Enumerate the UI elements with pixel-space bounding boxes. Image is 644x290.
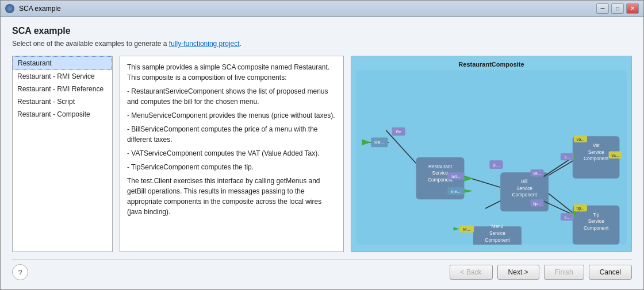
svg-text:Re...: Re... [374, 140, 385, 145]
next-button[interactable]: Next > [497, 265, 539, 280]
description-paragraph: - MenuServiceComponent provides the menu… [127, 110, 336, 121]
svg-text:va...: va... [533, 171, 541, 176]
svg-text:Service: Service [432, 170, 448, 176]
main-area: RestaurantRestaurant - RMI ServiceRestau… [12, 56, 632, 252]
description-panel: This sample provides a simple SCA compos… [120, 56, 344, 252]
svg-text:Tip: Tip [593, 212, 600, 218]
svg-text:va...: va... [576, 137, 584, 142]
title-bar: SCA example ─ □ ✕ [1, 1, 643, 17]
description-paragraph: This sample provides a simple SCA compos… [127, 62, 336, 83]
subtitle-link[interactable]: fully-functioning project [169, 40, 240, 48]
svg-text:Service: Service [588, 149, 604, 155]
svg-text:li...: li... [565, 215, 570, 220]
finish-button[interactable]: Finish [544, 265, 584, 280]
list-item[interactable]: Restaurant - RMI Reference [13, 83, 112, 95]
description-paragraph: The test.Client exercises this interface… [127, 176, 336, 217]
back-button[interactable]: < Back [450, 265, 493, 280]
svg-text:Component: Component [584, 225, 609, 231]
minimize-button[interactable]: ─ [596, 3, 609, 14]
help-button[interactable]: ? [12, 264, 28, 280]
title-bar-controls: ─ □ ✕ [596, 3, 639, 14]
svg-text:M...: M... [463, 227, 470, 232]
svg-text:tip...: tip... [576, 206, 584, 211]
svg-text:va...: va... [611, 153, 619, 158]
maximize-button[interactable]: □ [611, 3, 624, 14]
svg-text:bill...: bill... [451, 174, 460, 179]
list-item[interactable]: Restaurant [13, 56, 112, 70]
svg-text:Bill: Bill [521, 179, 527, 184]
dialog-content: SCA example Select one of the available … [1, 17, 643, 289]
composite-label: RestaurantComposite [356, 61, 627, 68]
svg-text:Component: Component [512, 192, 537, 198]
description-paragraph: - RestaurantServiceComponent shows the l… [127, 86, 336, 107]
subtitle-end: . [240, 40, 241, 48]
svg-text:Menu: Menu [492, 224, 504, 230]
svg-text:Component: Component [485, 237, 510, 243]
svg-text:Restaurant: Restaurant [428, 164, 453, 169]
list-item[interactable]: Restaurant - Script [13, 95, 112, 108]
preview-panel: RestaurantComposite [351, 56, 632, 252]
window-icon [5, 4, 14, 13]
subtitle-plain: Select one of the available examples to … [12, 40, 169, 48]
dialog-footer: ? < Back Next > Finish Cancel [12, 259, 632, 283]
svg-text:Service: Service [588, 218, 604, 224]
footer-buttons: < Back Next > Finish Cancel [450, 265, 632, 280]
svg-text:Service: Service [516, 185, 532, 191]
svg-text:Component: Component [584, 156, 609, 161]
description-paragraph: - VATServiceComponent computes the VAT (… [127, 148, 336, 158]
main-window: SCA example ─ □ ✕ SCA example Select one… [0, 0, 644, 290]
svg-text:Service: Service [489, 230, 505, 236]
window-title: SCA example [19, 5, 61, 13]
list-item[interactable]: Restaurant - RMI Service [13, 70, 112, 83]
list-item[interactable]: Restaurant - Composite [13, 108, 112, 121]
svg-text:li...: li... [565, 154, 570, 160]
description-paragraph: - BillServiceComponent computes the pric… [127, 124, 336, 145]
svg-text:me...: me... [451, 189, 461, 194]
dialog-subtitle: Select one of the available examples to … [12, 40, 632, 48]
svg-text:Bi...: Bi... [493, 163, 500, 168]
composite-diagram: RestaurantComposite [351, 56, 631, 252]
close-button[interactable]: ✕ [626, 3, 639, 14]
description-paragraph: - TipServiceComponent computes the tip. [127, 162, 336, 172]
cancel-button[interactable]: Cancel [589, 265, 632, 280]
example-list[interactable]: RestaurantRestaurant - RMI ServiceRestau… [12, 56, 113, 252]
svg-text:Re: Re [396, 129, 401, 134]
dialog-title: SCA example [12, 26, 632, 36]
diagram-svg: Re... Re Restaurant Service Component [356, 70, 627, 245]
svg-text:Vat: Vat [593, 142, 600, 148]
svg-text:tip...: tip... [533, 201, 541, 206]
